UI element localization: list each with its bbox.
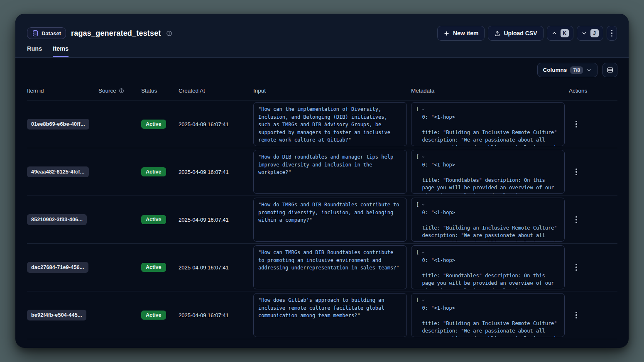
plus-icon <box>443 30 450 37</box>
status-cell: Active <box>141 167 179 176</box>
table-toolbar: Columns 7/8 <box>27 63 617 77</box>
status-cell: Active <box>141 311 179 320</box>
status-cell: Active <box>141 215 179 224</box>
table-row[interactable]: 49eaa482-8125-4fcf... Active 2025-04-09 … <box>27 148 617 196</box>
columns-button[interactable]: Columns 7/8 <box>537 63 597 77</box>
input-cell: "How does GitLab's approach to building … <box>253 293 411 337</box>
collapse-chevron-icon[interactable] <box>421 155 425 159</box>
input-preview-box[interactable]: "How can the implementation of Diversity… <box>253 102 407 146</box>
item-id-badge[interactable]: 01ee8b69-e6be-40ff... <box>27 119 89 130</box>
item-id-cell: be92f4fb-e504-445... <box>27 310 98 320</box>
created-at-cell: 2025-04-09 16:07:41 <box>179 312 253 318</box>
more-options-button[interactable] <box>607 26 617 41</box>
item-id-cell: dac27684-71e9-456... <box>27 262 98 273</box>
table-header-row: Item id Source Status Created At Input M… <box>27 81 617 100</box>
shortcut-key-j: J <box>590 29 599 37</box>
status-badge: Active <box>141 167 166 176</box>
column-header-status[interactable]: Status <box>141 88 179 94</box>
tab-items[interactable]: Items <box>53 45 69 57</box>
collapse-chevron-icon[interactable] <box>421 107 425 111</box>
item-id-cell: 49eaa482-8125-4fcf... <box>27 166 98 177</box>
actions-cell <box>569 165 617 179</box>
column-header-item-id[interactable]: Item id <box>27 88 98 94</box>
page-header: Dataset ragas_generated_testset <box>15 14 629 58</box>
input-cell: "How can the implementation of Diversity… <box>253 102 411 146</box>
input-preview-box[interactable]: "How do TMRGs and DIB Roundtables contri… <box>253 198 407 242</box>
row-actions-button[interactable] <box>572 165 580 179</box>
status-badge: Active <box>141 120 166 129</box>
table-row[interactable]: 85210902-3f33-406... Active 2025-04-09 1… <box>27 196 617 244</box>
collapse-chevron-icon[interactable] <box>421 203 425 207</box>
item-id-badge[interactable]: dac27684-71e9-456... <box>27 262 88 273</box>
item-id-cell: 01ee8b69-e6be-40ff... <box>27 119 98 130</box>
rows-icon <box>607 66 614 73</box>
tab-bar: Runs Items <box>27 45 617 57</box>
upload-csv-button[interactable]: Upload CSV <box>488 26 543 41</box>
next-item-button[interactable]: J <box>577 26 603 41</box>
input-cell: "How can TMRGs and DIB Roundtables contr… <box>253 245 411 289</box>
input-preview-box[interactable]: "How does GitLab's approach to building … <box>253 293 407 337</box>
info-icon[interactable] <box>166 30 172 37</box>
metadata-cell: [ 0: "<1-hop> title: "Roundtables" descr… <box>411 150 569 194</box>
table-section: Columns 7/8 <box>15 58 629 339</box>
column-header-input[interactable]: Input <box>253 88 411 94</box>
metadata-cell: [ 0: "<1-hop> title: "Building an Inclus… <box>411 102 569 146</box>
dataset-type-badge: Dataset <box>27 27 66 39</box>
row-actions-button[interactable] <box>572 213 580 227</box>
metadata-cell: [ 0: "<1-hop> title: "Roundtables" descr… <box>411 245 569 289</box>
status-badge: Active <box>141 215 166 224</box>
app-window: Dataset ragas_generated_testset <box>15 14 629 348</box>
created-at-cell: 2025-04-09 16:07:41 <box>179 121 253 127</box>
input-preview-box[interactable]: "How can TMRGs and DIB Roundtables contr… <box>253 245 407 289</box>
metadata-preview-box[interactable]: [ 0: "<1-hop> title: "Building an Inclus… <box>411 198 565 242</box>
column-header-metadata[interactable]: Metadata <box>411 88 569 94</box>
row-actions-button[interactable] <box>572 308 580 322</box>
row-actions-button[interactable] <box>572 261 580 274</box>
previous-item-button[interactable]: K <box>547 26 573 41</box>
collapse-chevron-icon[interactable] <box>421 298 425 302</box>
actions-cell <box>569 213 617 227</box>
table-row[interactable]: be92f4fb-e504-445... Active 2025-04-09 1… <box>27 291 617 339</box>
new-item-button[interactable]: New item <box>437 26 485 41</box>
metadata-preview-box[interactable]: [ 0: "<1-hop> title: "Roundtables" descr… <box>411 245 565 289</box>
metadata-preview-box[interactable]: [ 0: "<1-hop> title: "Building an Inclus… <box>411 102 565 146</box>
collapse-chevron-icon[interactable] <box>421 250 425 254</box>
dataset-badge-label: Dataset <box>42 30 61 37</box>
actions-cell <box>569 308 617 322</box>
chevron-down-icon <box>586 67 592 73</box>
column-header-created-at[interactable]: Created At <box>179 88 253 94</box>
status-badge: Active <box>141 263 166 272</box>
row-height-button[interactable] <box>602 63 617 77</box>
actions-cell <box>569 117 617 131</box>
item-id-badge[interactable]: 49eaa482-8125-4fcf... <box>27 166 89 177</box>
status-badge: Active <box>141 311 166 320</box>
upload-csv-label: Upload CSV <box>504 30 537 37</box>
input-cell: "How do DIB roundtables and manager tips… <box>253 150 411 194</box>
desktop-background: Dataset ragas_generated_testset <box>0 0 644 362</box>
metadata-preview-box[interactable]: [ 0: "<1-hop> title: "Building an Inclus… <box>411 293 565 337</box>
row-actions-button[interactable] <box>572 117 580 131</box>
chevron-down-icon <box>581 30 587 36</box>
status-cell: Active <box>141 263 179 272</box>
metadata-cell: [ 0: "<1-hop> title: "Building an Inclus… <box>411 293 569 337</box>
upload-icon <box>494 30 500 37</box>
status-cell: Active <box>141 120 179 129</box>
page-title: ragas_generated_testset <box>71 29 161 38</box>
column-header-actions: Actions <box>569 88 617 94</box>
columns-label: Columns <box>543 67 567 73</box>
column-header-source[interactable]: Source <box>98 88 141 94</box>
items-table: Item id Source Status Created At Input M… <box>27 81 617 339</box>
input-cell: "How do TMRGs and DIB Roundtables contri… <box>253 198 411 242</box>
columns-count-badge: 7/8 <box>570 66 583 74</box>
table-row[interactable]: dac27684-71e9-456... Active 2025-04-09 1… <box>27 244 617 291</box>
actions-cell <box>569 261 617 274</box>
item-id-badge[interactable]: 85210902-3f33-406... <box>27 214 87 225</box>
metadata-preview-box[interactable]: [ 0: "<1-hop> title: "Roundtables" descr… <box>411 150 565 194</box>
tab-runs[interactable]: Runs <box>27 45 42 57</box>
input-preview-box[interactable]: "How do DIB roundtables and manager tips… <box>253 150 407 194</box>
table-row[interactable]: 01ee8b69-e6be-40ff... Active 2025-04-09 … <box>27 100 617 148</box>
created-at-cell: 2025-04-09 16:07:41 <box>179 217 253 223</box>
item-id-cell: 85210902-3f33-406... <box>27 214 98 225</box>
item-id-badge[interactable]: be92f4fb-e504-445... <box>27 310 86 320</box>
created-at-cell: 2025-04-09 16:07:41 <box>179 169 253 175</box>
